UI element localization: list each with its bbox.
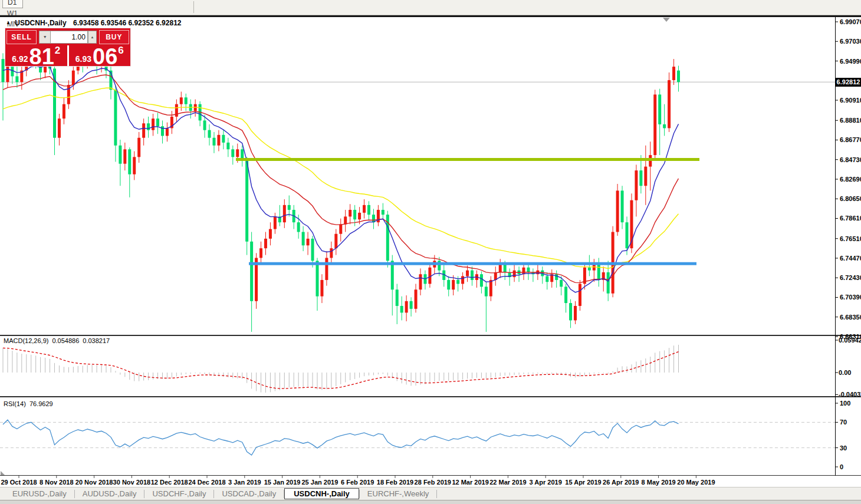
chart-window-top-border: [0, 15, 861, 17]
price-axis-label: 6.84730: [840, 156, 861, 163]
sell-button[interactable]: SELL: [6, 30, 37, 44]
macd-rsi-separator[interactable]: [0, 396, 861, 397]
date-axis-label: 24 Dec 2018: [189, 479, 226, 486]
price-axis-label: 6.80650: [840, 195, 861, 202]
tab-usdcad-daily[interactable]: USDCAD-,Daily: [214, 489, 284, 499]
rsi-axis-label: 0: [840, 463, 843, 470]
rsi-axis-label: 70: [840, 419, 847, 426]
sell-price-point: 2: [55, 45, 60, 57]
price-axis-label: 6.94990: [840, 58, 861, 65]
main-macd-separator[interactable]: [0, 335, 861, 336]
date-axis-label: 20 Nov 2018: [75, 479, 113, 486]
date-axis-label: 8 Nov 2018: [40, 479, 73, 486]
macd-histogram: [3, 345, 679, 393]
price-axis-label: 6.72430: [840, 274, 861, 281]
tab-eurusd-daily[interactable]: EURUSD-,Daily: [5, 489, 74, 499]
macd-name: MACD(12,26,9): [4, 337, 48, 344]
last-bar-position-marker-icon: [663, 18, 670, 22]
rsi-value: 76.9629: [29, 400, 53, 407]
tab-eurchf-weekly[interactable]: EURCHF-,Weekly: [360, 489, 437, 499]
sell-price-display[interactable]: 6.92 81 2: [5, 45, 67, 66]
macd-axis-label: -0.040371: [839, 391, 861, 398]
current-price-tag: 6.92812: [836, 78, 861, 87]
collapse-triangle-icon[interactable]: ▲: [6, 20, 11, 25]
tab-audusd-daily[interactable]: AUDUSD-,Daily: [75, 489, 144, 499]
sell-price-pips: 81: [29, 47, 54, 66]
rsi-axis-separator: [0, 475, 861, 476]
rsi-indicator-label: RSI(14)76.9629: [4, 400, 57, 407]
date-axis-label: 25 Jan 2019: [302, 479, 339, 486]
rsi-line: [3, 420, 679, 455]
date-axis-label: 26 Apr 2019: [603, 479, 639, 486]
tab-usdcnh-daily[interactable]: USDCNH-,Daily: [284, 488, 359, 499]
macd-main-value: 0.054886: [52, 337, 79, 344]
buy-price-point: 6: [118, 45, 123, 57]
price-axis-label: 6.78610: [840, 215, 861, 222]
date-axis-label: 6 Feb 2019: [341, 479, 374, 486]
price-axis-label: 6.68350: [840, 314, 861, 321]
buy-price-handle: 6.93: [75, 54, 91, 64]
price-axis-label: 6.90910: [840, 97, 861, 104]
chart-tab-bar: EURUSD-,DailyAUDUSD-,DailyUSDCHF-,DailyU…: [0, 487, 861, 500]
date-axis-label: 3 Apr 2019: [530, 479, 562, 486]
price-axis-label: 6.99070: [840, 18, 861, 25]
sell-price-handle: 6.92: [12, 54, 28, 64]
chart-ohlc-values: 6.93458 6.93546 6.92352 6.92812: [73, 19, 182, 27]
date-axis-label: 29 Oct 2018: [1, 479, 37, 486]
chart-symbol-label: USDCNH-,Daily: [15, 19, 66, 27]
rsi-name: RSI(14): [4, 400, 26, 407]
date-axis-label: 18 Feb 2019: [377, 479, 413, 486]
chart-title: ▲ USDCNH-,Daily 6.93458 6.93546 6.92352 …: [6, 19, 181, 27]
price-axis-label: 6.86770: [840, 136, 861, 143]
rsi-axis-label: 30: [840, 444, 847, 452]
macd-signal-line: [3, 348, 679, 388]
date-axis-label: 3 Jan 2019: [228, 479, 261, 486]
trade-controls-row: SELL ▼ ▲ BUY: [5, 28, 130, 44]
volume-increase-button[interactable]: ▲: [88, 31, 97, 44]
price-axis-label: 6.76510: [840, 235, 861, 242]
rsi-axis-label: 100: [840, 400, 850, 407]
one-click-trade-panel: SELL ▼ ▲ BUY 6.92 81 2 6.93 06 6: [5, 28, 131, 67]
date-axis-label: 30 Nov 2018: [113, 479, 151, 486]
moving-average-10: [3, 66, 679, 292]
price-axis-label: 6.88810: [840, 117, 861, 124]
price-axis-label: 6.97030: [840, 38, 861, 45]
macd-indicator-label: MACD(12,26,9)0.0548860.038217: [4, 337, 113, 344]
buy-price-pips: 06: [93, 47, 117, 66]
moving-average-50: [3, 88, 679, 268]
date-axis-label: 12 Dec 2018: [151, 479, 188, 486]
toolbar-separator: [193, 1, 194, 13]
timeframe-toolbar: H4D1W1MN: [0, 0, 861, 15]
tab-usdchf-daily[interactable]: USDCHF-,Daily: [144, 489, 213, 499]
date-axis-label: 15 Apr 2019: [565, 479, 601, 486]
price-axis-label: 6.82690: [840, 176, 861, 183]
date-axis-label: 12 Mar 2019: [452, 479, 488, 486]
bottom-scrollbar[interactable]: [0, 500, 861, 504]
volume-decrease-button[interactable]: ▼: [39, 31, 51, 44]
buy-button[interactable]: BUY: [99, 30, 129, 44]
macd-signal-value: 0.038217: [83, 337, 110, 344]
trade-prices-row: 6.92 81 2 6.93 06 6: [5, 45, 130, 66]
date-axis-label: 28 Feb 2019: [415, 479, 451, 486]
chart-canvas[interactable]: [0, 0, 861, 504]
timeframe-button-d1[interactable]: D1: [2, 0, 23, 8]
volume-input[interactable]: [51, 31, 88, 44]
date-axis-label: 20 May 2019: [677, 479, 715, 486]
moving-average-24: [3, 75, 679, 283]
tab-separator: [436, 490, 437, 498]
macd-axis-label: 0.00: [839, 369, 851, 376]
date-axis-label: 8 May 2019: [642, 479, 676, 486]
price-axis-label: 6.74470: [840, 255, 861, 262]
price-axis-label: 6.70390: [840, 294, 861, 301]
buy-price-display[interactable]: 6.93 06 6: [69, 45, 131, 66]
date-axis-label: 22 Mar 2019: [489, 479, 526, 486]
date-axis-label: 15 Jan 2019: [264, 479, 301, 486]
macd-axis-label: 0.059422: [839, 337, 861, 344]
candles: [2, 48, 681, 332]
